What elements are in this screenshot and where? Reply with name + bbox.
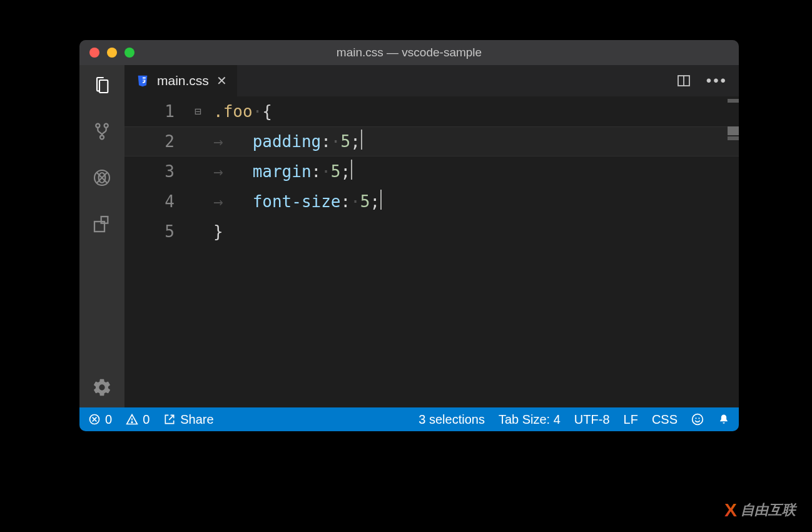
css-file-icon <box>136 74 150 88</box>
svg-point-12 <box>693 414 703 425</box>
fold-icon[interactable]: ⊟ <box>195 96 201 126</box>
activity-bar <box>79 65 124 407</box>
svg-point-13 <box>695 417 696 419</box>
code-content[interactable]: ⊟.foo·{ → padding:·5; → margin:·5; → fon… <box>191 96 739 407</box>
line-number: 4 <box>124 187 175 217</box>
svg-point-1 <box>104 124 108 128</box>
line-number: 1 <box>124 96 175 126</box>
extensions-icon[interactable] <box>91 213 113 235</box>
cursor <box>380 190 382 210</box>
window-controls <box>79 48 134 58</box>
debug-icon[interactable] <box>91 166 113 189</box>
status-tabsize[interactable]: Tab Size: 4 <box>499 412 561 427</box>
maximize-window-button[interactable] <box>124 48 134 58</box>
svg-point-2 <box>100 135 104 139</box>
explorer-icon[interactable] <box>91 74 113 96</box>
errors-count: 0 <box>105 412 112 427</box>
status-language[interactable]: CSS <box>652 412 678 427</box>
code-line[interactable]: → font-size:·5; <box>191 187 739 217</box>
tab-main-css[interactable]: main.css ✕ <box>124 65 238 96</box>
status-bar: 0 0 Share 3 selections Tab Size: 4 UTF-8… <box>79 407 739 431</box>
svg-point-0 <box>96 124 99 128</box>
status-feedback-icon[interactable] <box>691 413 704 426</box>
line-number: 2 <box>124 126 175 156</box>
line-number: 5 <box>124 217 175 247</box>
status-warnings[interactable]: 0 <box>126 412 150 427</box>
line-number-gutter: 1 2 3 4 5 <box>124 96 191 407</box>
close-tab-icon[interactable]: ✕ <box>216 74 227 87</box>
share-label: Share <box>180 412 213 427</box>
settings-gear-icon[interactable] <box>91 376 113 399</box>
cursor <box>361 130 362 150</box>
watermark-text: 自由互联 <box>741 501 796 519</box>
text-editor[interactable]: 1 2 3 4 5 ⊟.foo·{ → padding:·5; → margin… <box>124 96 739 407</box>
status-encoding[interactable]: UTF-8 <box>574 412 610 427</box>
more-actions-icon[interactable]: ••• <box>706 73 728 88</box>
tab-label: main.css <box>157 73 209 88</box>
code-line[interactable]: → margin:·5; <box>191 156 739 187</box>
editor-group: main.css ✕ ••• 1 2 3 4 5 <box>124 65 739 407</box>
line-number: 3 <box>124 156 175 187</box>
warnings-count: 0 <box>143 412 150 427</box>
vscode-window: main.css — vscode-sample <box>79 40 739 431</box>
svg-point-14 <box>698 417 699 419</box>
watermark-logo-icon: X <box>724 499 737 521</box>
status-eol[interactable]: LF <box>624 412 638 427</box>
titlebar: main.css — vscode-sample <box>79 40 739 65</box>
status-selections[interactable]: 3 selections <box>419 412 485 427</box>
code-line[interactable]: ⊟.foo·{ <box>191 96 739 126</box>
source-control-icon[interactable] <box>91 120 113 143</box>
cursor <box>351 160 352 180</box>
status-bell-icon[interactable] <box>718 413 730 426</box>
code-line[interactable]: → padding:·5; <box>191 126 739 156</box>
split-editor-icon[interactable] <box>676 73 691 88</box>
svg-point-11 <box>131 422 133 423</box>
watermark: X 自由互联 <box>724 499 796 521</box>
minimize-window-button[interactable] <box>107 48 117 58</box>
close-window-button[interactable] <box>89 48 99 58</box>
code-line[interactable]: } <box>191 217 739 247</box>
status-share[interactable]: Share <box>163 412 213 427</box>
tab-bar: main.css ✕ ••• <box>124 65 739 96</box>
status-errors[interactable]: 0 <box>88 412 112 427</box>
window-title: main.css — vscode-sample <box>79 46 739 59</box>
overview-ruler[interactable] <box>728 96 739 407</box>
